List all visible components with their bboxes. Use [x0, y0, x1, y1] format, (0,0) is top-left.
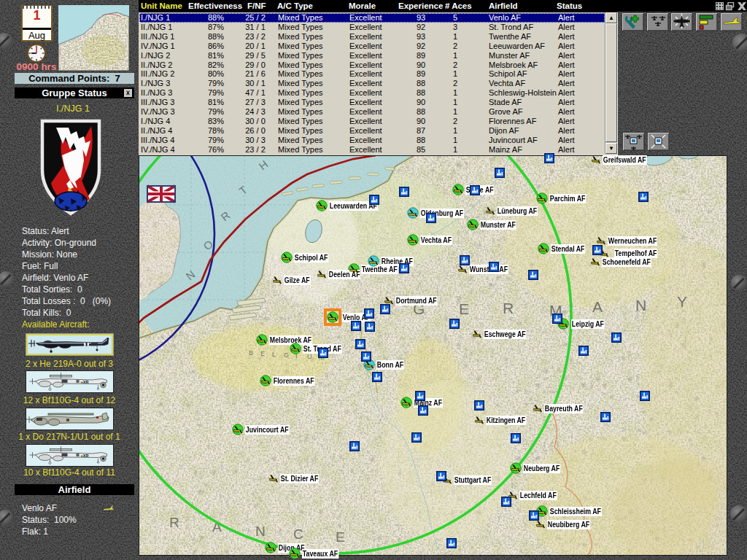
- svg-text:A: A: [592, 298, 603, 315]
- svg-text:+XR: +XR: [81, 454, 89, 458]
- svg-text:+XR: +XR: [81, 380, 89, 384]
- svg-text:G: G: [284, 351, 289, 359]
- svg-text:E: E: [260, 350, 265, 357]
- svg-text:E: E: [336, 529, 345, 545]
- svg-text:U: U: [307, 353, 312, 360]
- svg-text:N: N: [255, 524, 266, 539]
- svg-text:N: N: [635, 297, 646, 314]
- svg-text:Y: Y: [677, 293, 687, 310]
- svg-text:L: L: [272, 351, 276, 358]
- svg-text:E: E: [459, 300, 469, 317]
- svg-text:R: R: [169, 515, 179, 530]
- svg-text:C: C: [293, 526, 303, 542]
- svg-text:B: B: [249, 349, 253, 357]
- svg-text:R: R: [503, 300, 514, 316]
